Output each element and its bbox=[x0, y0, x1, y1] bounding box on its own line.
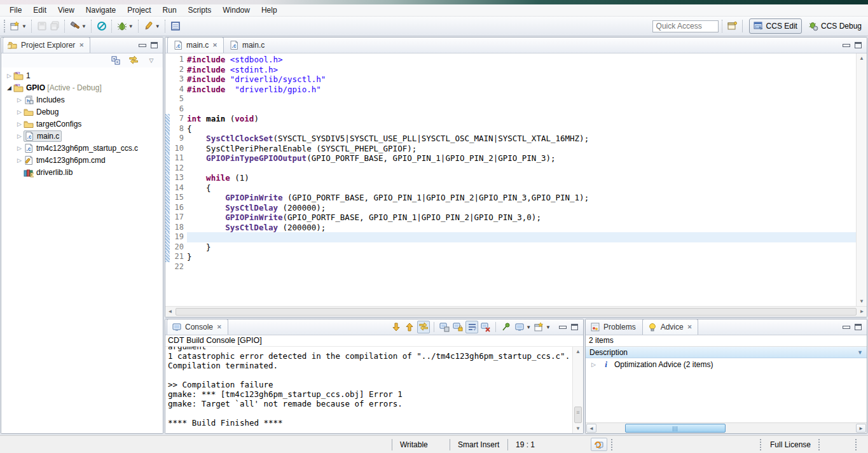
code-line-8[interactable]: 8{ bbox=[165, 124, 856, 134]
pin-console-button[interactable] bbox=[500, 321, 512, 333]
chevron-down-icon[interactable]: ▼ bbox=[155, 24, 160, 29]
close-icon[interactable]: ✕ bbox=[212, 42, 218, 48]
code-editor[interactable]: 1#include <stdbool.h>2#include <stdint.h… bbox=[165, 53, 856, 306]
tree-item-tm4c123gh6pm-cmd[interactable]: ▷tm4c123gh6pm.cmd bbox=[1, 154, 163, 166]
code-line-17[interactable]: 17 GPIOPinWrite(GPIO_PORTF_BASE, GPIO_PI… bbox=[165, 213, 856, 223]
scroll-down-arrow-icon[interactable]: ▼ bbox=[857, 296, 867, 306]
code-line-20[interactable]: 20 } bbox=[165, 242, 856, 253]
chevron-down-icon[interactable]: ▼ bbox=[81, 24, 86, 29]
menu-scripts[interactable]: Scripts bbox=[183, 5, 217, 15]
save-console-output-button[interactable] bbox=[439, 321, 450, 333]
close-icon[interactable]: ✕ bbox=[78, 42, 85, 48]
save-button[interactable] bbox=[36, 18, 48, 34]
scroll-left-arrow-icon[interactable]: ◄ bbox=[586, 424, 596, 433]
menu-edit[interactable]: Edit bbox=[27, 5, 52, 15]
chevron-down-icon[interactable]: ▼ bbox=[546, 324, 551, 330]
code-line-9[interactable]: 9 SysCtlClockSet(SYSCTL_SYSDIV5|SYSCTL_U… bbox=[165, 134, 856, 144]
expander-icon[interactable]: ▷ bbox=[5, 73, 13, 79]
ccs-edit-perspective-button[interactable]: CCS Edit bbox=[749, 18, 802, 34]
editor-tab-main.c-1[interactable]: .cmain.c bbox=[224, 37, 270, 53]
menu-file[interactable]: File bbox=[4, 5, 27, 15]
expander-icon[interactable]: ▷ bbox=[589, 361, 598, 368]
code-line-14[interactable]: 14 { bbox=[165, 183, 856, 193]
debug-button[interactable] bbox=[95, 18, 108, 34]
code-line-7[interactable]: 7int main (void) bbox=[165, 114, 856, 124]
scroll-right-arrow-icon[interactable]: ► bbox=[856, 424, 866, 433]
previous-error-button[interactable] bbox=[404, 321, 415, 333]
code-line-15[interactable]: 15 GPIOPinWrite (GPIO_PORTF_BASE, GPIO_P… bbox=[165, 193, 856, 203]
console-output[interactable]: argument1 catastrophic error detected in… bbox=[165, 347, 572, 433]
open-console-button[interactable]: ▼ bbox=[534, 321, 551, 333]
code-line-4[interactable]: 4#include "driverlib/gpio.h" bbox=[165, 85, 856, 95]
tab-project-explorer[interactable]: Project Explorer ✕ bbox=[3, 37, 90, 53]
maximize-button[interactable] bbox=[151, 42, 158, 48]
link-with-editor-button[interactable] bbox=[127, 53, 140, 68]
expander-icon[interactable]: ◢ bbox=[5, 85, 13, 91]
chevron-down-icon[interactable]: ▼ bbox=[128, 24, 134, 29]
menu-help[interactable]: Help bbox=[256, 5, 283, 15]
code-line-3[interactable]: 3#include "driverlib/sysctl.h" bbox=[165, 74, 856, 85]
code-line-13[interactable]: 13 while (1) bbox=[165, 173, 856, 183]
maximize-button[interactable] bbox=[855, 324, 862, 330]
show-error-in-editor-button[interactable] bbox=[417, 321, 430, 333]
save-all-button[interactable] bbox=[48, 18, 61, 34]
tree-item-1[interactable]: ▷ccs1 bbox=[1, 69, 163, 81]
code-line-22[interactable]: 22 bbox=[165, 262, 856, 272]
open-perspective-button[interactable] bbox=[726, 18, 739, 34]
menu-window[interactable]: Window bbox=[217, 5, 256, 15]
new-wizard-button[interactable]: ▼ bbox=[9, 18, 28, 34]
minimize-button[interactable] bbox=[843, 43, 850, 48]
toolbar-drag-handle[interactable] bbox=[4, 20, 6, 32]
code-line-1[interactable]: 1#include <stdbool.h> bbox=[165, 55, 856, 65]
tree-item-debug[interactable]: ▷Debug bbox=[1, 106, 163, 118]
code-line-18[interactable]: 18 SysCtlDelay (200000); bbox=[165, 223, 856, 233]
code-line-12[interactable]: 12 bbox=[165, 164, 856, 174]
scrollbar-thumb[interactable] bbox=[625, 424, 726, 433]
tab-advice[interactable]: Advice✕ bbox=[642, 319, 699, 335]
code-line-5[interactable]: 5 bbox=[165, 94, 856, 104]
word-wrap-button[interactable] bbox=[465, 321, 478, 333]
tree-item-main-c[interactable]: ▷.cmain.c bbox=[1, 130, 163, 142]
code-line-16[interactable]: 16 SysCtlDelay (200000); bbox=[165, 203, 856, 213]
scroll-lock-button[interactable] bbox=[452, 321, 464, 333]
scrollbar-thumb[interactable] bbox=[574, 407, 582, 423]
expander-icon[interactable]: ▷ bbox=[15, 157, 24, 164]
expander-icon[interactable]: ▷ bbox=[15, 133, 24, 139]
close-icon[interactable]: ✕ bbox=[216, 324, 223, 330]
tab-console[interactable]: Console ✕ bbox=[167, 319, 228, 335]
scroll-up-arrow-icon[interactable]: ▲ bbox=[857, 53, 867, 63]
expander-icon[interactable]: ▷ bbox=[15, 109, 24, 115]
code-line-19[interactable]: 19 bbox=[165, 232, 856, 242]
bug-button[interactable]: ▼ bbox=[116, 18, 135, 34]
ccs-debug-perspective-button[interactable]: CCS Debug bbox=[804, 18, 865, 34]
scroll-up-arrow-icon[interactable]: ▲ bbox=[573, 347, 583, 356]
scroll-left-arrow-icon[interactable]: ◄ bbox=[165, 307, 175, 317]
menu-navigate[interactable]: Navigate bbox=[80, 5, 121, 15]
advice-horizontal-scrollbar[interactable]: ◄ ► bbox=[586, 422, 867, 433]
column-header-description[interactable]: Description ▼ bbox=[586, 346, 867, 358]
memory-view-button[interactable] bbox=[169, 18, 182, 34]
menu-view[interactable]: View bbox=[52, 5, 80, 15]
code-line-6[interactable]: 6 bbox=[165, 104, 856, 115]
close-icon[interactable]: ✕ bbox=[687, 324, 693, 330]
clear-console-button[interactable] bbox=[480, 321, 492, 333]
view-menu-button[interactable]: ▽ bbox=[145, 53, 158, 68]
tree-item-targetconfigs[interactable]: ▷targetConfigs bbox=[1, 118, 163, 130]
expander-icon[interactable]: ▷ bbox=[15, 97, 24, 103]
next-error-button[interactable] bbox=[390, 321, 402, 333]
build-console-status-button[interactable] bbox=[591, 438, 607, 451]
editor-vertical-scrollbar[interactable]: ▲ ▼ bbox=[856, 53, 867, 306]
chevron-down-icon[interactable]: ▼ bbox=[526, 324, 531, 330]
maximize-button[interactable] bbox=[855, 42, 862, 48]
menu-run[interactable]: Run bbox=[157, 5, 183, 15]
scroll-right-arrow-icon[interactable]: ► bbox=[857, 307, 867, 317]
tree-item-includes[interactable]: ▷hIncludes bbox=[1, 94, 163, 106]
maximize-button[interactable] bbox=[571, 324, 578, 330]
minimize-button[interactable] bbox=[139, 43, 146, 48]
code-line-11[interactable]: 11 GPIOPinTypeGPIOOutput(GPIO_PORTF_BASE… bbox=[165, 153, 856, 164]
editor-tab-main.c-0[interactable]: .cmain.c✕ bbox=[167, 37, 224, 53]
tab-problems[interactable]: Problems bbox=[586, 319, 641, 335]
build-button[interactable]: ▼ bbox=[69, 18, 88, 34]
scrollbar-thumb[interactable] bbox=[176, 308, 857, 316]
minimize-button[interactable] bbox=[843, 324, 850, 330]
